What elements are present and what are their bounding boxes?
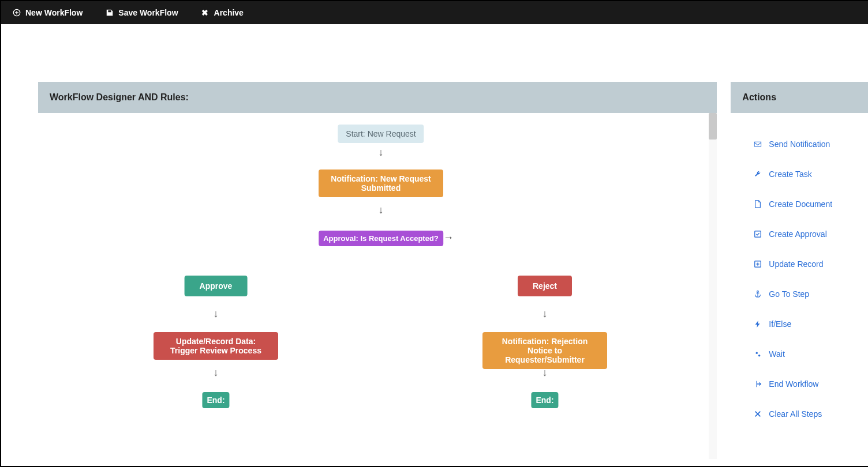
node-reject[interactable]: Reject — [518, 276, 572, 296]
svg-point-11 — [758, 355, 761, 357]
document-icon — [754, 200, 762, 208]
gears-icon — [754, 350, 762, 358]
action-clear-all-steps[interactable]: Clear All Steps — [731, 399, 868, 429]
action-label: End Workflow — [769, 379, 818, 389]
close-icon: ✖ — [201, 9, 209, 17]
action-send-notification[interactable]: Send Notification — [731, 129, 868, 159]
content-wrap: WorkFlow Designer AND Rules: Start: New … — [1, 24, 868, 459]
svg-point-7 — [757, 291, 759, 292]
action-label: Clear All Steps — [769, 409, 822, 419]
action-label: Create Document — [769, 199, 832, 209]
action-label: Send Notification — [769, 140, 830, 149]
action-if-else[interactable]: If/Else — [731, 309, 868, 339]
check-square-icon — [754, 230, 762, 238]
actions-list: Send Notification Create Task Create Doc… — [731, 113, 868, 445]
node-rejection-notice[interactable]: Notification: Rejection Notice to Reques… — [482, 332, 607, 369]
plus-circle-icon — [13, 9, 21, 17]
node-approval[interactable]: Approval: Is Request Accepted? — [319, 231, 443, 246]
node-end-right[interactable]: End: — [531, 392, 558, 408]
arrow-down-icon: ↓ — [214, 308, 219, 320]
envelope-icon — [754, 140, 762, 148]
designer-panel: WorkFlow Designer AND Rules: Start: New … — [38, 82, 717, 459]
save-workflow-label: Save WorkFlow — [118, 8, 178, 17]
action-label: Wait — [769, 349, 784, 359]
action-create-task[interactable]: Create Task — [731, 159, 868, 189]
x-icon — [754, 410, 762, 418]
wrench-icon — [754, 170, 762, 178]
node-start[interactable]: Start: New Request — [338, 125, 424, 143]
arrow-down-icon: ↓ — [542, 367, 548, 379]
action-update-record[interactable]: Update Record — [731, 249, 868, 279]
arrow-down-icon: ↓ — [379, 204, 384, 216]
node-end-left[interactable]: End: — [202, 392, 229, 408]
node-update-record[interactable]: Update/Record Data: Trigger Review Proce… — [154, 332, 278, 360]
action-end-workflow[interactable]: End Workflow — [731, 369, 868, 399]
exit-icon — [754, 380, 762, 388]
node-approve[interactable]: Approve — [185, 276, 248, 296]
save-icon — [106, 9, 114, 17]
action-label: Create Approval — [769, 229, 826, 239]
arrow-down-icon: ↓ — [379, 146, 384, 159]
actions-panel: Actions Send Notification Create Task Cr… — [731, 82, 868, 459]
designer-header: WorkFlow Designer AND Rules: — [38, 82, 717, 113]
archive-button[interactable]: ✖ Archive — [201, 8, 244, 17]
new-workflow-label: New WorkFlow — [25, 8, 83, 17]
workflow-canvas[interactable]: Start: New Request ↓ Notification: New R… — [38, 113, 717, 459]
topbar: New WorkFlow Save WorkFlow ✖ Archive — [1, 1, 868, 24]
arrow-down-icon: ↓ — [542, 308, 548, 320]
arrow-down-icon: ↓ — [214, 367, 219, 379]
bolt-icon — [754, 320, 762, 328]
actions-header: Actions — [731, 82, 868, 113]
action-label: Update Record — [769, 259, 823, 269]
action-create-approval[interactable]: Create Approval — [731, 219, 868, 249]
archive-label: Archive — [214, 8, 244, 17]
arrow-right-icon: → — [443, 232, 454, 244]
svg-point-10 — [756, 352, 758, 355]
node-notification-new-request[interactable]: Notification: New Request Submitted — [319, 170, 443, 197]
plus-square-icon — [754, 260, 762, 268]
action-go-to-step[interactable]: Go To Step — [731, 279, 868, 309]
anchor-icon — [754, 290, 762, 298]
action-wait[interactable]: Wait — [731, 339, 868, 369]
action-label: Create Task — [769, 170, 811, 179]
new-workflow-button[interactable]: New WorkFlow — [13, 8, 83, 17]
action-label: Go To Step — [769, 289, 809, 299]
save-workflow-button[interactable]: Save WorkFlow — [106, 8, 178, 17]
action-create-document[interactable]: Create Document — [731, 189, 868, 219]
scrollbar-thumb[interactable] — [709, 113, 717, 140]
action-label: If/Else — [769, 319, 791, 329]
